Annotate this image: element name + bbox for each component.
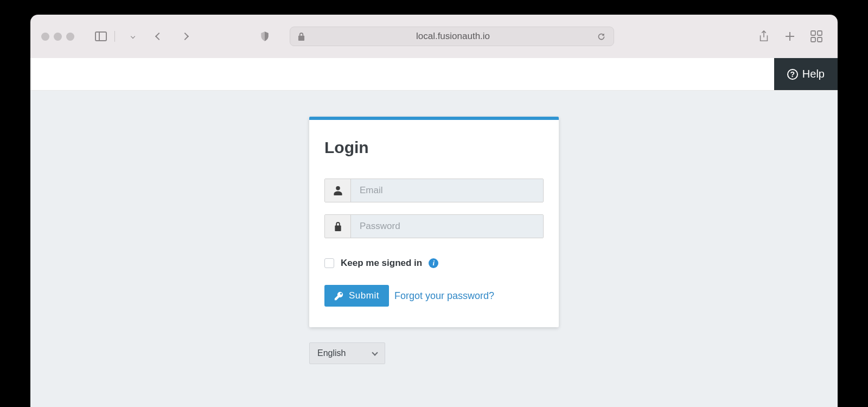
chevron-down-icon xyxy=(372,349,378,355)
remember-label: Keep me signed in xyxy=(341,258,422,269)
browser-chrome: local.fusionauth.io xyxy=(30,15,838,58)
nav-back-button[interactable] xyxy=(149,28,169,44)
tab-group-dropdown[interactable] xyxy=(123,28,143,44)
submit-label: Submit xyxy=(349,290,379,301)
window-minimize[interactable] xyxy=(54,33,62,41)
submit-button[interactable]: Submit xyxy=(324,285,389,307)
password-input-group xyxy=(324,214,544,238)
login-card: Login Kee xyxy=(309,117,559,327)
help-icon: ? xyxy=(787,69,798,80)
window-zoom[interactable] xyxy=(66,33,74,41)
language-select[interactable]: English xyxy=(309,342,385,364)
svg-rect-3 xyxy=(818,37,822,42)
lock-icon xyxy=(298,33,305,41)
address-url: local.fusionauth.io xyxy=(309,31,597,42)
login-title: Login xyxy=(324,138,544,157)
reload-icon[interactable] xyxy=(597,32,606,41)
password-field[interactable] xyxy=(351,215,543,238)
window-controls xyxy=(41,33,74,41)
svg-rect-1 xyxy=(818,31,822,35)
svg-rect-0 xyxy=(811,31,815,35)
page-body: Login Kee xyxy=(30,91,838,407)
page-topbar: ? Help xyxy=(30,58,838,91)
sidebar-toggle-icon[interactable] xyxy=(95,31,107,41)
page-viewport: ? Help Login xyxy=(30,58,838,407)
address-bar[interactable]: local.fusionauth.io xyxy=(290,27,614,46)
new-tab-icon[interactable] xyxy=(784,31,795,42)
tab-overview-icon[interactable] xyxy=(810,30,822,42)
key-icon xyxy=(334,291,343,301)
action-row: Submit Forgot your password? xyxy=(324,285,544,307)
remember-checkbox[interactable] xyxy=(324,258,334,268)
privacy-shield-icon[interactable] xyxy=(260,31,269,42)
email-input-group xyxy=(324,179,544,202)
user-icon xyxy=(325,179,351,202)
svg-rect-2 xyxy=(811,37,815,42)
share-icon[interactable] xyxy=(758,30,769,42)
divider xyxy=(114,31,115,42)
remember-row: Keep me signed in i xyxy=(324,258,544,269)
help-label: Help xyxy=(802,68,825,80)
lock-icon xyxy=(325,215,351,238)
browser-window: local.fusionauth.io xyxy=(30,15,838,407)
language-value: English xyxy=(317,348,346,358)
nav-forward-button[interactable] xyxy=(175,28,195,44)
window-close[interactable] xyxy=(41,33,49,41)
email-field[interactable] xyxy=(351,179,543,202)
info-icon[interactable]: i xyxy=(429,258,438,268)
forgot-password-link[interactable]: Forgot your password? xyxy=(394,290,494,302)
help-button[interactable]: ? Help xyxy=(774,58,838,90)
